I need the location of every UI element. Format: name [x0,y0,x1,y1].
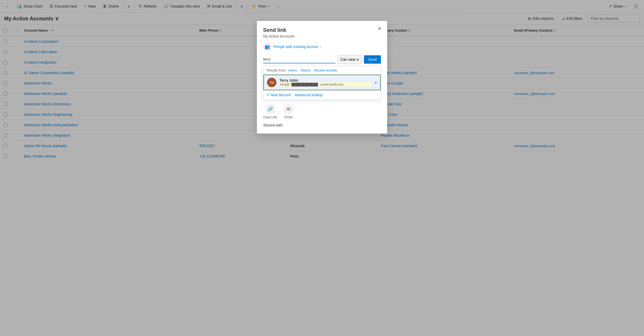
result-email: terry@ ████████████ .onmicrosoft.com [280,82,371,87]
result-email-domain: .onmicrosoft.com [320,83,343,86]
access-row[interactable]: 👥 People with existing access › [263,43,381,51]
new-record-label: New Record [270,93,290,97]
copy-link-item[interactable]: 🔗 Copy Link [263,104,277,119]
result-email-redacted: ████████████ [291,82,319,87]
share-icons-row: 🔗 Copy Link ✉ Email [263,104,381,119]
send-label: Send [368,57,377,62]
result-name: Terry John [280,78,371,82]
dialog-title: Send link [263,27,381,33]
access-label: People with existing access [274,45,318,49]
result-info-terry: Terry John terry@ ████████████ .onmicros… [280,78,371,87]
results-header: Results from: Users Teams Recent records [263,66,381,75]
avatar-terry: TJ [267,78,276,87]
send-link-dialog: ✕ Send link My Active Accounts 👥 People … [257,21,387,134]
result-item-terry[interactable]: TJ Terry John terry@ ████████████ .onmic… [263,75,381,90]
search-results-dropdown: Results from: Users Teams Recent records… [263,66,381,100]
dialog-close-button[interactable]: ✕ [376,25,383,32]
close-icon: ✕ [377,26,381,32]
recipient-search-input[interactable] [263,56,336,63]
shared-with-label: Shared with: [263,123,381,127]
email-share-icon: ✉ [287,106,290,112]
result-actions: + New Record Advanced lookup [263,90,381,99]
send-button[interactable]: Send [364,55,381,64]
permission-dropdown[interactable]: Can view ∨ [338,55,362,64]
link-icon: 🔗 [267,106,273,112]
access-icon: 👥 [263,43,271,51]
people-icon: 👥 [265,44,270,49]
avatar-initials: TJ [270,81,274,85]
plus-icon-new: + [267,93,269,97]
copy-link-icon-circle: 🔗 [265,104,275,114]
dialog-subtitle: My Active Accounts [263,34,381,38]
results-from-label: Results from: [267,68,287,72]
email-share-label: Email [284,115,292,119]
permission-label: Can view ∨ [340,57,359,62]
modal-overlay: ✕ Send link My Active Accounts 👥 People … [0,0,644,336]
tab-teams[interactable]: Teams [301,68,311,72]
advanced-lookup-button[interactable]: Advanced lookup [295,93,323,97]
new-record-button[interactable]: + New Record [267,93,290,97]
tab-recent-records[interactable]: Recent records [314,68,337,72]
tab-users[interactable]: Users [288,68,297,72]
search-row: Can view ∨ Send [263,55,381,64]
advanced-lookup-label: Advanced lookup [295,93,323,97]
result-email-masked: terry@ [280,83,290,86]
result-dropdown-icon[interactable]: ∨ [374,80,377,85]
copy-link-label: Copy Link [263,115,277,119]
email-share-icon-circle: ✉ [283,104,294,114]
access-chevron-icon: › [320,45,321,49]
email-share-item[interactable]: ✉ Email [283,104,294,119]
